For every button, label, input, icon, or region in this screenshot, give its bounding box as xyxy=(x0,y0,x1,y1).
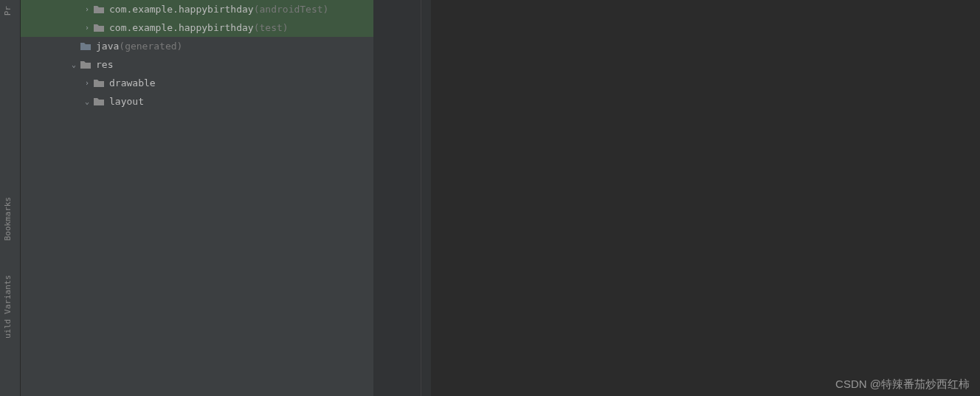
tree-row[interactable]: ⌄res xyxy=(21,55,373,74)
tree-label: com.example.happybirthday xyxy=(109,22,254,33)
watermark: CSDN @特辣番茄炒西红柿 xyxy=(835,378,970,392)
tree-label: drawable xyxy=(109,77,156,88)
tree-row[interactable]: ›com.example.happybirthday (test) xyxy=(21,18,373,37)
tree-suffix: (test) xyxy=(254,22,289,33)
gutter xyxy=(373,0,431,396)
expand-arrow-icon[interactable]: ⌄ xyxy=(68,60,80,69)
expand-arrow-icon[interactable]: › xyxy=(81,24,93,32)
expand-arrow-icon[interactable]: › xyxy=(81,79,93,87)
project-tab[interactable]: Pr xyxy=(0,0,15,21)
folder-gen-icon xyxy=(80,41,92,52)
tree-label: com.example.happybirthday xyxy=(109,4,254,15)
code-editor[interactable] xyxy=(373,0,980,396)
tree-label: java xyxy=(96,41,119,52)
tool-window-bar: Pr Bookmarks uild Variants xyxy=(0,0,21,396)
tree-suffix: (generated) xyxy=(119,41,182,52)
tree-suffix: (androidTest) xyxy=(254,4,329,15)
bookmarks-tab[interactable]: Bookmarks xyxy=(0,191,15,247)
tree-label: res xyxy=(96,59,113,70)
folder-icon xyxy=(93,96,105,108)
project-tree[interactable]: ›com.example.happybirthday (androidTest)… xyxy=(21,0,373,396)
expand-arrow-icon[interactable]: ⌄ xyxy=(81,97,93,105)
folder-icon xyxy=(93,22,105,34)
code-area[interactable] xyxy=(431,0,980,396)
build-variants-tab[interactable]: uild Variants xyxy=(0,269,15,344)
folder-icon xyxy=(80,59,92,71)
tree-row[interactable]: ›com.example.happybirthday (androidTest) xyxy=(21,0,373,18)
tree-row[interactable]: ›drawable xyxy=(21,74,373,92)
folder-icon xyxy=(93,4,105,15)
tree-row[interactable]: java (generated) xyxy=(21,37,373,55)
expand-arrow-icon[interactable]: › xyxy=(81,5,93,13)
tree-label: layout xyxy=(109,96,144,107)
tree-row[interactable]: ⌄layout xyxy=(21,92,373,111)
folder-icon xyxy=(93,77,105,89)
